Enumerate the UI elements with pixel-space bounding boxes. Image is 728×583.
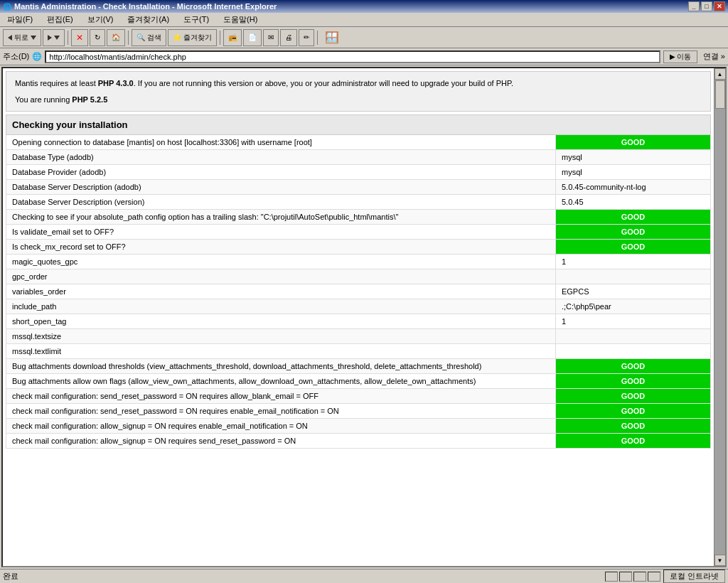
menu-bar: 파일(F) 편집(E) 보기(V) 즐겨찾기(A) 도구(T) 도움말(H) [0,13,728,27]
table-row: Database Type (adodb)mysql [6,150,711,165]
window-title: Mantis Administration - Check Installati… [14,2,277,11]
status-zone-4 [648,572,660,582]
php-notice: Mantis requires at least PHP 4.3.0. If y… [6,71,711,112]
check-value: 5.0.45 [555,195,710,210]
table-row: check mail configuration: allow_signup =… [6,419,711,434]
toolbar: 뒤로 ✕ ↻ 🏠 🔍 검색 ⭐ 즐겨찾기 📻 📄 ✉ 🖨 ✏ 🪟 [0,27,728,48]
table-row: mssql.textsize [6,329,711,344]
check-label: mssql.textlimit [6,344,556,359]
check-value: GOOD [555,404,710,419]
back-icon [8,35,12,41]
window-icon: 🌐 [3,3,11,11]
back-button[interactable]: 뒤로 [3,29,41,46]
check-value: mysql [555,150,710,165]
check-value: GOOD [555,389,710,404]
check-label: check mail configuration: send_reset_pas… [6,389,556,404]
check-value: .;C:\php5\pear [555,299,710,314]
home-button[interactable]: 🏠 [107,29,125,46]
separator-2 [128,31,129,45]
notice-text-1: Mantis requires at least PHP 4.3.0. If y… [15,77,702,90]
forward-button[interactable] [43,29,65,46]
check-label: Bug attachments allow own flags (allow_v… [6,374,556,389]
check-label: variables_order [6,284,556,299]
menu-tools[interactable]: 도구(T) [179,13,213,26]
table-row: Database Server Description (adodb)5.0.4… [6,180,711,195]
check-table: Checking your installation Opening conne… [6,114,711,449]
php-running-version: PHP 5.2.5 [72,95,107,104]
check-label: Checking to see if your absolute_path co… [6,210,556,225]
check-label: check mail configuration: send_reset_pas… [6,404,556,419]
scroll-down-button[interactable]: ▼ [714,555,726,566]
maximize-button[interactable]: □ [701,1,712,11]
media-button[interactable]: 📻 [223,29,242,46]
home-icon: 🏠 [112,33,120,41]
status-zone-3 [633,572,646,582]
check-label: check mail configuration: allow_signup =… [6,419,556,434]
running-prefix: You are running [15,95,72,104]
back-dropdown-icon [31,36,36,40]
check-label: Is check_mx_record set to OFF? [6,240,556,255]
menu-favorites[interactable]: 즐겨찾기(A) [123,13,173,26]
check-label: Database Type (adodb) [6,150,556,165]
stop-button[interactable]: ✕ [71,29,88,46]
edit-icon: ✏ [304,33,309,41]
search-button[interactable]: 🔍 검색 [132,29,166,46]
menu-edit[interactable]: 편집(E) [43,13,77,26]
print-button[interactable]: 🖨 [280,29,297,46]
stop-icon: ✕ [76,33,83,43]
check-value [555,329,710,344]
windows-icon: 🪟 [325,31,339,44]
mail-icon: ✉ [268,33,274,41]
title-bar: 🌐 Mantis Administration - Check Installa… [0,0,728,13]
media-icon: 📻 [228,33,237,41]
address-input[interactable] [45,50,660,63]
separator-3 [220,31,220,45]
history-icon: 📄 [248,33,257,41]
scroll-thumb[interactable] [715,80,725,109]
check-value: mysql [555,165,710,180]
history-button[interactable]: 📄 [243,29,262,46]
check-value: 1 [555,314,710,329]
favorites-button[interactable]: ⭐ 즐겨찾기 [168,29,217,46]
security-zone: 로컬 인트라넷 [663,569,725,583]
check-label: Database Server Description (version) [6,195,556,210]
table-row: Is check_mx_record set to OFF?GOOD [6,240,711,255]
forward-dropdown-icon [54,36,60,40]
search-icon: 🔍 [136,33,145,41]
php-version-required: PHP 4.3.0 [98,79,134,87]
check-label: check mail configuration: allow_signup =… [6,434,556,449]
check-label: mssql.textsize [6,329,556,344]
status-zone-1 [605,572,618,582]
status-right: 로컬 인트라넷 [605,569,725,583]
check-value: 5.0.45-community-nt-log [555,180,710,195]
page-content: Mantis requires at least PHP 4.3.0. If y… [3,68,714,566]
table-row: short_open_tag1 [6,314,711,329]
check-label: Database Provider (adodb) [6,165,556,180]
check-value: 1 [555,255,710,269]
table-row: Opening connection to database [mantis] … [6,135,711,150]
status-zone-2 [619,572,632,582]
address-label: 주소(D) [3,51,29,62]
windows-logo: 🪟 [321,29,343,46]
check-value: EGPCS [555,284,710,299]
table-row: check mail configuration: allow_signup =… [6,434,711,449]
notice-cont: . If you are not running this version or… [134,79,513,87]
check-label: magic_quotes_gpc [6,255,556,269]
table-row: magic_quotes_gpc1 [6,255,711,269]
check-value: GOOD [555,240,710,255]
table-row: Is validate_email set to OFF?GOOD [6,225,711,240]
menu-file[interactable]: 파일(F) [3,13,37,26]
table-row: check mail configuration: send_reset_pas… [6,404,711,419]
scrollbar[interactable]: ▲ ▼ [714,68,725,566]
scroll-up-button[interactable]: ▲ [714,68,726,80]
edit-button[interactable]: ✏ [299,29,314,46]
go-button[interactable]: ▶ 이동 [663,50,697,63]
minimize-button[interactable]: _ [688,1,700,11]
menu-view[interactable]: 보기(V) [83,13,118,26]
status-bar: 완료 로컬 인트라넷 [0,569,728,583]
check-label: gpc_order [6,269,556,284]
refresh-button[interactable]: ↻ [90,29,105,46]
mail-button[interactable]: ✉ [263,29,279,46]
close-button[interactable]: ✕ [714,1,725,11]
menu-help[interactable]: 도움말(H) [219,13,262,26]
